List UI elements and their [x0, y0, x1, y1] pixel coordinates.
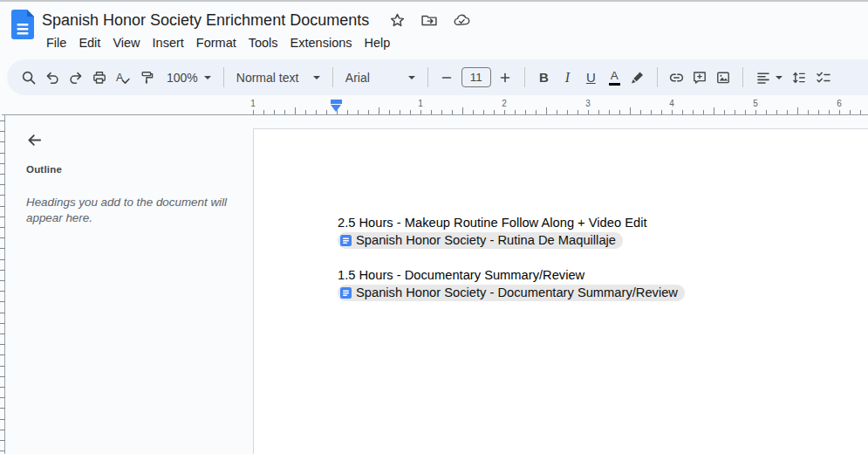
- document-page[interactable]: 2.5 Hours - Makeup Routine Follow Along …: [253, 128, 868, 454]
- first-line-indent-handle[interactable]: [331, 100, 342, 104]
- ruler-tick: [295, 107, 296, 114]
- chip-label: Spanish Honor Society - Rutina De Maquil…: [356, 233, 616, 247]
- ruler-tick: [682, 110, 683, 114]
- text-color-button[interactable]: A: [603, 65, 626, 90]
- ruler-tick: [546, 107, 547, 114]
- ruler-tick: [431, 110, 432, 114]
- insert-link-button[interactable]: [665, 65, 688, 90]
- chevron-down-icon: [313, 76, 320, 79]
- ruler-tick: [619, 110, 620, 114]
- ruler-tick: [661, 110, 662, 114]
- print-icon: [92, 70, 107, 86]
- paragraph-style-select[interactable]: Normal text: [231, 67, 325, 88]
- chevron-down-icon: [408, 76, 415, 79]
- document-content[interactable]: 2.5 Hours - Makeup Routine Follow Along …: [338, 214, 844, 301]
- font-select[interactable]: Arial: [340, 67, 420, 88]
- chevron-down-icon: [204, 76, 211, 79]
- ruler-tick: [598, 110, 599, 114]
- insert-image-button[interactable]: [712, 65, 735, 90]
- menu-help[interactable]: Help: [359, 34, 397, 52]
- ruler-tick: [274, 110, 275, 114]
- highlight-color-button[interactable]: [626, 65, 650, 90]
- redo-button[interactable]: [64, 65, 87, 90]
- ruler-tick: [441, 110, 442, 114]
- doc-link-chip[interactable]: Spanish Honor Society - Documentary Summ…: [338, 285, 685, 301]
- title-icons: [387, 10, 473, 31]
- ruler-number: 3: [585, 99, 591, 108]
- ruler-tick: [400, 110, 400, 114]
- menu-view[interactable]: View: [106, 34, 146, 52]
- docs-file-icon: [340, 235, 352, 246]
- undo-button[interactable]: [40, 65, 64, 90]
- spelling-check-button[interactable]: A: [111, 65, 134, 90]
- star-icon: [389, 12, 406, 29]
- move-to-folder-button[interactable]: [419, 10, 440, 31]
- ruler-tick: [578, 110, 578, 114]
- ruler-tick: [410, 110, 411, 114]
- ruler-tick: [609, 110, 610, 114]
- menu-format[interactable]: Format: [190, 34, 243, 52]
- chip-label: Spanish Honor Society - Documentary Summ…: [356, 285, 678, 299]
- ruler-tick: [776, 110, 777, 114]
- ruler-tick: [316, 110, 317, 114]
- doc-link-chip[interactable]: Spanish Honor Society - Rutina De Maquil…: [338, 232, 623, 249]
- ruler-tick: [818, 110, 819, 114]
- ruler-number: 2: [502, 99, 507, 108]
- add-comment-button[interactable]: [688, 65, 712, 90]
- cloud-saved-icon: [453, 12, 471, 29]
- ruler-number: 4: [669, 99, 674, 108]
- text-color-icon: A: [609, 70, 620, 86]
- redo-icon: [68, 70, 84, 86]
- zoom-select[interactable]: 100%: [161, 67, 216, 88]
- menu-edit[interactable]: Edit: [72, 34, 106, 52]
- menu-tools[interactable]: Tools: [243, 34, 284, 52]
- menu-file[interactable]: File: [40, 34, 72, 52]
- ruler-tick: [420, 110, 421, 114]
- ruler-tick: [326, 110, 327, 114]
- underline-button[interactable]: U: [579, 65, 603, 90]
- ruler-tick: [253, 110, 254, 114]
- align-button[interactable]: [750, 66, 788, 89]
- ruler-number: 1: [250, 99, 256, 108]
- ruler-tick: [452, 110, 453, 114]
- bold-button[interactable]: B: [532, 65, 556, 90]
- ruler-tick: [703, 110, 704, 114]
- doc-paragraph: Spanish Honor Society - Rutina De Maquil…: [338, 231, 844, 249]
- ruler-tick: [536, 110, 537, 114]
- italic-button[interactable]: I: [556, 65, 579, 90]
- print-button[interactable]: [87, 65, 111, 90]
- decrease-font-size-button[interactable]: [435, 65, 459, 90]
- ruler-tick: [630, 107, 631, 114]
- star-button[interactable]: [387, 10, 407, 31]
- doc-paragraph[interactable]: 2.5 Hours - Makeup Routine Follow Along …: [338, 214, 844, 231]
- paint-format-button[interactable]: [134, 65, 158, 90]
- doc-blank-line: [338, 249, 844, 266]
- ruler-tick: [567, 110, 568, 114]
- google-docs-logo[interactable]: [11, 10, 34, 39]
- ruler-tick: [525, 110, 526, 114]
- link-icon: [668, 70, 685, 86]
- ruler-tick: [515, 110, 516, 114]
- search-menus-button[interactable]: [17, 65, 40, 90]
- indent-marker[interactable]: [330, 100, 342, 112]
- left-indent-handle[interactable]: [331, 105, 341, 112]
- document-status-button[interactable]: [451, 10, 473, 31]
- checklist-button[interactable]: [811, 65, 835, 90]
- menu-insert[interactable]: Insert: [147, 34, 190, 52]
- document-title[interactable]: Spanish Honor Society Enrichment Documen…: [42, 11, 369, 30]
- ruler-tick: [462, 107, 463, 114]
- search-icon: [21, 70, 37, 86]
- font-size-input[interactable]: [461, 67, 491, 87]
- menu-extensions[interactable]: Extensions: [284, 34, 359, 52]
- ruler-tick: [651, 110, 652, 114]
- increase-font-size-button[interactable]: [494, 65, 517, 90]
- back-arrow-icon: [26, 132, 43, 148]
- close-outline-button[interactable]: [24, 130, 44, 150]
- image-icon: [715, 70, 731, 86]
- ruler-tick: [358, 110, 359, 114]
- line-spacing-button[interactable]: [788, 65, 811, 90]
- horizontal-ruler[interactable]: 1123456: [2, 98, 868, 115]
- toolbar-divider: [742, 67, 743, 87]
- doc-paragraph[interactable]: 1.5 Hours - Documentary Summary/Review: [338, 266, 844, 284]
- ruler-tick: [389, 110, 390, 114]
